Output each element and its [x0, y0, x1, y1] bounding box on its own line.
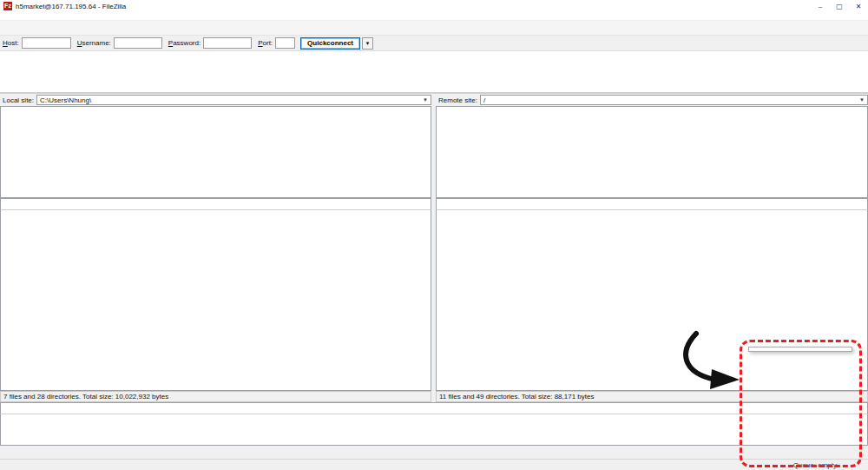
remote-pane: Remote site: /▼ 11 files and 49 director…	[436, 94, 868, 402]
queue-tabs	[0, 446, 868, 459]
transfer-queue-body	[0, 414, 868, 446]
quickconnect-dropdown-icon[interactable]: ▼	[362, 37, 373, 50]
local-path-combo[interactable]: C:\Users\Nhung\▼	[36, 95, 431, 105]
close-button[interactable]: ✕	[849, 1, 868, 12]
title-bar: Fz h5market@167.71.195.64 - FileZilla – …	[0, 0, 868, 12]
port-input[interactable]	[275, 37, 295, 49]
quickconnect-bar: Host: Username: Password: Port: Quickcon…	[0, 36, 868, 51]
quickconnect-button[interactable]: Quickconnect	[300, 37, 360, 50]
window-title: h5market@167.71.195.64 - FileZilla	[16, 3, 126, 10]
filezilla-app-icon: Fz	[3, 2, 12, 10]
host-input[interactable]	[22, 37, 71, 49]
username-label: Username:	[77, 39, 111, 47]
transfer-queue-header	[0, 402, 868, 414]
password-input[interactable]	[203, 37, 252, 49]
password-label: Password:	[168, 39, 201, 47]
remote-file-list	[436, 210, 868, 391]
maximize-button[interactable]: ▢	[830, 1, 849, 12]
local-file-list	[0, 210, 431, 391]
remote-path-combo[interactable]: /▼	[480, 95, 868, 105]
menu-bar	[0, 12, 868, 21]
queue-status-text: Queue: empty	[793, 461, 837, 469]
remote-list-header	[436, 198, 868, 210]
remote-path-value: /	[483, 96, 485, 104]
local-path-value: C:\Users\Nhung\	[40, 96, 91, 104]
annotation-arrow	[675, 329, 749, 392]
remote-site-label: Remote site:	[436, 96, 480, 104]
local-summary: 7 files and 28 directories. Total size: …	[0, 391, 431, 402]
username-input[interactable]	[114, 37, 162, 49]
toolbar	[0, 21, 868, 36]
local-tree	[0, 106, 431, 198]
status-bar: Queue: empty	[0, 459, 868, 470]
port-label: Port:	[258, 39, 273, 47]
chevron-down-icon[interactable]: ▼	[421, 96, 430, 104]
remote-summary: 11 files and 49 directories. Total size:…	[436, 391, 868, 402]
local-list-header	[0, 198, 431, 210]
status-led-green	[852, 462, 857, 467]
remote-tree	[436, 106, 868, 198]
local-site-label: Local site:	[0, 96, 36, 104]
host-label: Host:	[3, 39, 19, 47]
context-menu	[748, 347, 852, 352]
local-pane: Local site: C:\Users\Nhung\▼ 7 files and…	[0, 94, 431, 402]
chevron-down-icon[interactable]: ▼	[858, 96, 866, 104]
status-led-red	[859, 462, 865, 467]
minimize-button[interactable]: –	[811, 1, 830, 12]
message-log	[0, 51, 868, 94]
